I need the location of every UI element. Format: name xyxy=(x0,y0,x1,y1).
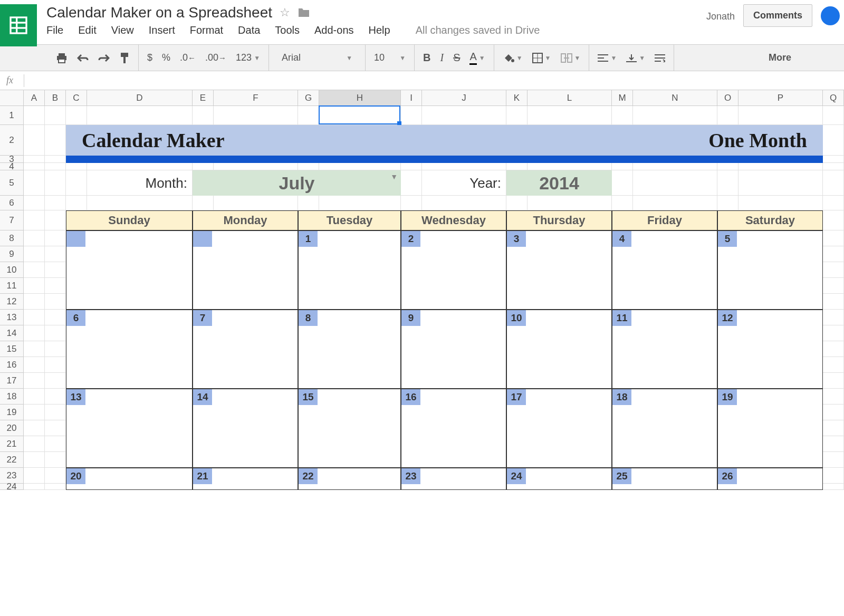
col-header-H[interactable]: H xyxy=(319,90,401,106)
cell[interactable] xyxy=(24,170,45,196)
col-header-K[interactable]: K xyxy=(506,90,528,106)
calendar-day[interactable]: 16 xyxy=(401,389,506,468)
row-header-1[interactable]: 1 xyxy=(0,106,24,125)
cell[interactable] xyxy=(45,310,66,325)
menu-help[interactable]: Help xyxy=(369,24,390,36)
undo-icon[interactable] xyxy=(77,54,89,62)
cell[interactable] xyxy=(823,156,844,163)
percent-button[interactable]: % xyxy=(162,52,170,63)
cell[interactable] xyxy=(823,278,844,294)
cell[interactable] xyxy=(45,156,66,163)
cell[interactable] xyxy=(45,246,66,262)
cell[interactable] xyxy=(87,163,193,170)
row-header-21[interactable]: 21 xyxy=(0,436,24,452)
cell[interactable] xyxy=(738,196,823,210)
cell[interactable] xyxy=(633,196,717,210)
cell[interactable] xyxy=(422,163,506,170)
calendar-day[interactable]: 14 xyxy=(193,389,298,468)
calendar-day[interactable]: 9 xyxy=(401,310,506,389)
row-header-2[interactable]: 2 xyxy=(0,125,24,156)
cell[interactable] xyxy=(823,294,844,310)
number-format-button[interactable]: 123▼ xyxy=(236,52,260,63)
row-header-11[interactable]: 11 xyxy=(0,278,24,294)
cell[interactable] xyxy=(193,196,214,210)
cell[interactable] xyxy=(823,389,844,405)
cell[interactable] xyxy=(24,436,45,452)
cell[interactable] xyxy=(823,436,844,452)
borders-icon[interactable]: ▼ xyxy=(532,53,551,63)
cell[interactable] xyxy=(319,163,401,170)
cell[interactable] xyxy=(24,196,45,210)
cell[interactable] xyxy=(24,262,45,278)
cell[interactable] xyxy=(422,196,506,210)
row-header-15[interactable]: 15 xyxy=(0,341,24,357)
cell[interactable] xyxy=(45,468,66,484)
calendar-day[interactable]: 8 xyxy=(298,310,401,389)
calendar-day[interactable]: 7 xyxy=(193,310,298,389)
cell[interactable] xyxy=(319,106,401,125)
strike-button[interactable]: S xyxy=(453,52,460,64)
row-header-17[interactable]: 17 xyxy=(0,373,24,389)
cell[interactable] xyxy=(45,170,66,196)
col-header-L[interactable]: L xyxy=(528,90,612,106)
redo-icon[interactable] xyxy=(98,54,110,62)
row-header-6[interactable]: 6 xyxy=(0,196,24,210)
cell[interactable] xyxy=(24,357,45,373)
cell[interactable] xyxy=(24,294,45,310)
menu-file[interactable]: File xyxy=(46,24,63,36)
cell[interactable] xyxy=(401,196,422,210)
col-header-A[interactable]: A xyxy=(24,90,45,106)
cell[interactable] xyxy=(738,170,823,196)
cell[interactable] xyxy=(45,196,66,210)
calendar-day[interactable]: 20 xyxy=(66,468,193,490)
col-header-C[interactable]: C xyxy=(66,90,87,106)
calendar-day[interactable]: 19 xyxy=(717,389,823,468)
col-header-Q[interactable]: Q xyxy=(823,90,844,106)
calendar-day[interactable]: 18 xyxy=(612,389,717,468)
cell[interactable] xyxy=(823,484,844,490)
cell[interactable] xyxy=(528,163,612,170)
cell[interactable] xyxy=(823,262,844,278)
cell[interactable] xyxy=(298,106,319,125)
cell[interactable] xyxy=(823,452,844,468)
col-header-I[interactable]: I xyxy=(401,90,422,106)
calendar-day[interactable]: 4 xyxy=(612,230,717,310)
sheet-body[interactable]: Calendar MakerOne MonthMonth:July▼Year:2… xyxy=(24,106,844,490)
paint-format-icon[interactable] xyxy=(119,52,130,64)
select-all-corner[interactable] xyxy=(0,90,24,106)
row-header-24[interactable]: 24 xyxy=(0,484,24,490)
dec-decimal-button[interactable]: .0← xyxy=(180,52,196,63)
cell[interactable] xyxy=(45,341,66,357)
calendar-day[interactable]: 21 xyxy=(193,468,298,490)
cell[interactable] xyxy=(24,156,45,163)
cell[interactable] xyxy=(45,357,66,373)
cell[interactable] xyxy=(45,420,66,436)
font-select[interactable]: Arial▼ xyxy=(277,52,357,63)
month-picker[interactable]: July▼ xyxy=(193,170,401,196)
col-header-O[interactable]: O xyxy=(717,90,738,106)
cell[interactable] xyxy=(87,196,193,210)
col-header-M[interactable]: M xyxy=(612,90,633,106)
cell[interactable] xyxy=(24,341,45,357)
cell[interactable] xyxy=(24,106,45,125)
cell[interactable] xyxy=(319,196,401,210)
cell[interactable] xyxy=(24,230,45,246)
row-header-22[interactable]: 22 xyxy=(0,452,24,468)
cell[interactable] xyxy=(823,341,844,357)
cell[interactable] xyxy=(506,163,528,170)
cell[interactable] xyxy=(612,196,633,210)
cell[interactable] xyxy=(422,106,506,125)
row-header-14[interactable]: 14 xyxy=(0,325,24,341)
cell[interactable] xyxy=(45,373,66,389)
cell[interactable] xyxy=(633,170,717,196)
calendar-day[interactable]: 13 xyxy=(66,389,193,468)
row-header-12[interactable]: 12 xyxy=(0,294,24,310)
cell[interactable] xyxy=(612,106,633,125)
h-align-icon[interactable]: ▼ xyxy=(598,54,617,62)
calendar-day[interactable]: 24 xyxy=(506,468,612,490)
cell[interactable] xyxy=(66,106,87,125)
cell[interactable] xyxy=(45,278,66,294)
col-header-E[interactable]: E xyxy=(193,90,214,106)
cell[interactable] xyxy=(528,106,612,125)
cell[interactable] xyxy=(298,163,319,170)
